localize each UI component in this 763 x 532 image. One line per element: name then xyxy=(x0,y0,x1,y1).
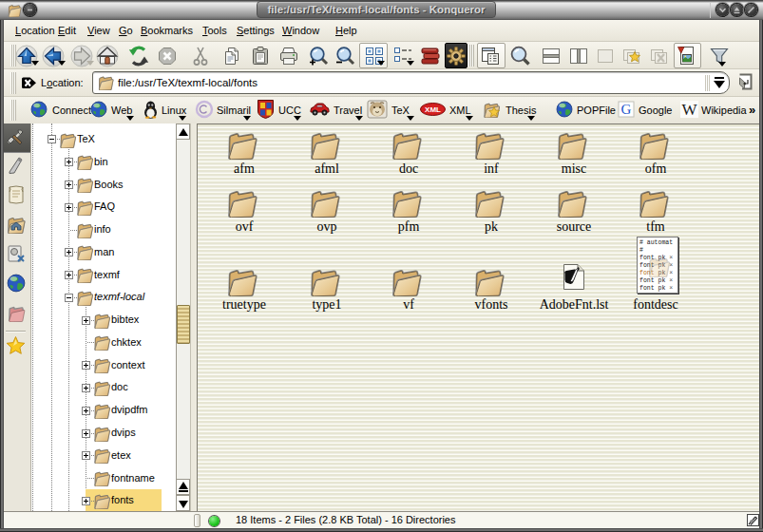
svg-text:W: W xyxy=(681,101,697,118)
svg-text:XML: XML xyxy=(425,105,441,114)
svg-text:G: G xyxy=(621,102,632,117)
